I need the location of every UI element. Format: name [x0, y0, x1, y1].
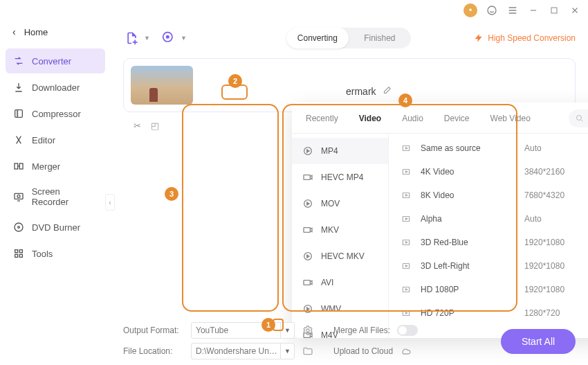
output-format-label: Output Format:	[123, 326, 184, 335]
add-file-dropdown[interactable]: ▼	[144, 35, 150, 42]
toolbar: ▼ ▼ Converting Finished High Speed Conve…	[123, 21, 576, 55]
preset-item[interactable]: HD 720P1280*720	[389, 301, 588, 325]
sidebar-item-editor[interactable]: Editor	[6, 127, 105, 152]
format-label: HEVC MP4	[321, 172, 363, 182]
chevron-down-icon[interactable]: ▼	[280, 344, 294, 359]
format-item-mkv[interactable]: MKV	[292, 217, 388, 243]
avatar[interactable]: •	[463, 3, 477, 17]
format-item-mov[interactable]: MOV	[292, 190, 388, 217]
menu-icon[interactable]	[506, 4, 519, 17]
sidebar-item-compressor[interactable]: Compressor	[6, 101, 105, 126]
output-format-select[interactable]: YouTube ▼	[191, 322, 295, 339]
minimize-icon[interactable]	[527, 4, 540, 17]
preset-item[interactable]: HD 1080P1920*1080	[389, 278, 588, 301]
sidebar-item-label: Downloader	[32, 82, 80, 93]
chevron-down-icon[interactable]: ▼	[280, 323, 294, 338]
maximize-icon[interactable]	[548, 4, 560, 17]
preset-resolution: Auto	[524, 214, 588, 224]
titlebar: •	[0, 0, 588, 21]
svg-point-6	[17, 195, 20, 197]
file-location-value: D:\Wondershare UniConverter 1	[196, 346, 279, 356]
format-tab-recently[interactable]: Recently	[302, 111, 342, 126]
preset-item[interactable]: 4K Video3840*2160	[389, 160, 588, 184]
format-popover: RecentlyVideoAudioDeviceWeb Video MP4HEV…	[292, 103, 588, 338]
format-item-hevc-mp4[interactable]: HEVC MP4	[292, 164, 388, 190]
sidebar: ‹ Home ConverterDownloaderCompressorEdit…	[0, 21, 111, 315]
preset-name: 8K Video	[421, 190, 524, 200]
content: ▼ ▼ Converting Finished High Speed Conve…	[111, 21, 588, 315]
gear-icon[interactable]	[302, 325, 314, 336]
svg-rect-3	[15, 163, 18, 169]
preset-item[interactable]: 8K Video7680*4320	[389, 184, 588, 207]
sidebar-item-converter[interactable]: Converter	[6, 48, 105, 73]
trim-icon[interactable]: ✂	[134, 121, 141, 131]
tab-finished[interactable]: Finished	[349, 28, 411, 48]
close-icon[interactable]	[569, 4, 581, 17]
svg-rect-2	[15, 110, 23, 118]
add-dvd-button[interactable]	[160, 29, 178, 47]
format-tab-device[interactable]: Device	[440, 111, 474, 126]
svg-point-7	[15, 223, 23, 231]
sidebar-item-label: Editor	[32, 135, 55, 145]
sidebar-item-merger[interactable]: Merger	[6, 154, 105, 179]
back-button[interactable]: ‹ Home	[6, 21, 105, 43]
search-icon	[576, 114, 584, 123]
sidebar-item-dvd-burner[interactable]: DVD Burner	[6, 215, 105, 240]
add-file-button[interactable]	[123, 29, 141, 47]
svg-point-32	[306, 329, 309, 332]
preset-item[interactable]: 3D Red-Blue1920*1080	[389, 231, 588, 254]
format-icon	[302, 224, 314, 236]
format-label: MP4	[321, 146, 338, 156]
format-item-hevc-mkv[interactable]: HEVC MKV	[292, 243, 388, 269]
sidebar-item-editor-icon	[12, 134, 25, 146]
tab-converting[interactable]: Converting	[286, 28, 349, 48]
format-label: MKV	[321, 225, 339, 235]
sidebar-item-downloader[interactable]: Downloader	[6, 75, 105, 100]
preset-icon	[401, 308, 415, 318]
sidebar-item-dvd-burner-icon	[12, 221, 25, 233]
format-item-mp4[interactable]: MP4	[292, 138, 388, 164]
preset-resolution: 1920*1080	[524, 285, 588, 294]
format-tab-web-video[interactable]: Web Video	[486, 111, 535, 126]
format-tab-video[interactable]: Video	[355, 111, 385, 126]
svg-point-8	[18, 226, 20, 229]
format-icon	[302, 250, 314, 262]
add-dvd-dropdown[interactable]: ▼	[181, 35, 187, 42]
preset-item[interactable]: AlphaAuto	[389, 207, 588, 231]
start-all-button[interactable]: Start All	[501, 329, 576, 354]
sidebar-item-screen-recorder[interactable]: Screen Recorder	[6, 180, 105, 213]
support-icon[interactable]	[486, 4, 498, 17]
svg-rect-10	[19, 250, 22, 253]
crop-icon[interactable]: ◰	[151, 121, 159, 131]
preset-resolution: Auto	[524, 143, 588, 153]
sidebar-item-screen-recorder-icon	[12, 190, 25, 203]
sidebar-item-compressor-icon	[12, 107, 25, 120]
svg-rect-19	[304, 228, 310, 233]
high-speed-link[interactable]: High Speed Conversion	[474, 33, 576, 43]
sidebar-item-label: Tools	[32, 249, 53, 259]
svg-rect-17	[304, 175, 310, 180]
preset-resolution: 3840*2160	[524, 167, 588, 177]
annotation-3: 3	[165, 187, 178, 201]
preset-item[interactable]: 3D Left-Right1920*1080	[389, 254, 588, 278]
folder-icon[interactable]	[302, 346, 314, 357]
format-item-avi[interactable]: AVI	[292, 269, 388, 296]
merge-toggle[interactable]	[397, 325, 418, 336]
preset-item[interactable]: Same as sourceAuto	[389, 136, 588, 160]
sidebar-item-tools[interactable]: Tools	[6, 241, 105, 266]
cloud-icon[interactable]	[400, 346, 412, 357]
preset-resolution: 1280*720	[524, 308, 588, 318]
format-icon	[302, 303, 314, 315]
format-search[interactable]	[569, 109, 588, 127]
format-item-wmv[interactable]: WMV	[292, 296, 388, 322]
preset-name: 4K Video	[421, 167, 524, 177]
sidebar-item-label: Screen Recorder	[32, 186, 98, 207]
format-tabs: RecentlyVideoAudioDeviceWeb Video	[292, 103, 588, 134]
edit-title-icon[interactable]	[382, 86, 392, 96]
format-tab-audio[interactable]: Audio	[398, 111, 428, 126]
file-location-select[interactable]: D:\Wondershare UniConverter 1 ▼	[191, 343, 295, 359]
format-label: MOV	[321, 199, 340, 208]
merge-label: Merge All Files:	[333, 326, 390, 335]
preset-name: Alpha	[421, 214, 524, 224]
svg-point-15	[577, 116, 582, 121]
